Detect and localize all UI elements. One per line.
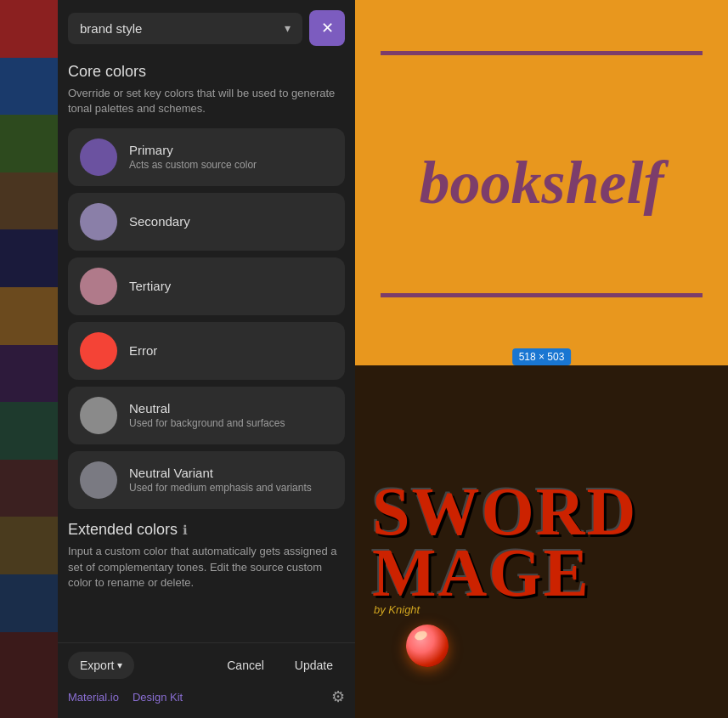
sword-mage-text-block: SWORD MAGE [372, 481, 637, 603]
tertiary-label: Tertiary [129, 279, 171, 293]
sword-mage-subtitle: by Knight [374, 603, 420, 616]
extended-title-row: Extended colors ℹ [68, 521, 345, 539]
sword-mage-title-line2: MAGE [372, 542, 637, 603]
design-kit-link[interactable]: Design Kit [133, 691, 183, 704]
extended-colors-desc: Input a custom color that automatically … [68, 544, 345, 591]
tertiary-info: Tertiary [129, 279, 171, 295]
neutral-label: Neutral [129, 401, 285, 416]
orb-highlight [414, 630, 429, 642]
bookshelf-area: bookshelf 518 × 503 [355, 0, 728, 365]
primary-swatch [80, 139, 117, 176]
bookshelf-title: bookshelf [403, 152, 681, 213]
orb-decoration [406, 625, 449, 667]
neutral-variant-desc: Used for medium emphasis and variants [129, 482, 312, 495]
neutral-variant-color-item[interactable]: Neutral Variant Used for medium emphasis… [68, 451, 345, 509]
neutral-variant-label: Neutral Variant [129, 466, 312, 480]
error-info: Error [129, 343, 157, 359]
info-icon: ℹ [183, 523, 188, 538]
sword-mage-area: SWORD MAGE by Knight [355, 365, 728, 718]
export-button[interactable]: Export ▾ [68, 652, 134, 679]
primary-info: Primary Acts as custom source color [129, 143, 257, 172]
neutral-info: Neutral Used for background and surfaces [129, 401, 285, 431]
neutral-variant-swatch [80, 461, 117, 499]
neutral-desc: Used for background and surfaces [129, 417, 285, 431]
chevron-down-icon: ▾ [285, 21, 291, 35]
cancel-button[interactable]: Cancel [215, 652, 276, 679]
primary-color-item[interactable]: Primary Acts as custom source color [68, 128, 345, 186]
primary-desc: Acts as custom source color [129, 159, 257, 172]
brand-style-dropdown[interactable]: brand style ▾ [68, 13, 302, 44]
magic-button[interactable]: ✕ [309, 10, 345, 46]
right-content: bookshelf 518 × 503 SWORD MAGE by Knight [355, 0, 728, 718]
chevron-down-icon: ▾ [117, 659, 122, 671]
secondary-swatch [80, 203, 117, 240]
main-panel: brand style ▾ ✕ Core colors Override or … [58, 0, 355, 718]
tertiary-swatch [80, 268, 117, 305]
dropdown-header: brand style ▾ ✕ [58, 0, 355, 56]
material-io-link[interactable]: Material.io [68, 691, 119, 704]
core-colors-desc: Override or set key colors that will be … [68, 86, 345, 116]
sword-mage-title-line1: SWORD [372, 481, 637, 542]
export-label: Export [80, 659, 114, 672]
extended-colors-section: Extended colors ℹ Input a custom color t… [68, 521, 345, 591]
secondary-info: Secondary [129, 214, 190, 230]
secondary-label: Secondary [129, 214, 190, 229]
bottom-bar: Export ▾ Cancel Update Material.io Desig… [58, 642, 355, 718]
sidebar-strip [0, 0, 58, 718]
sparkle-icon: ✕ [321, 19, 334, 37]
error-swatch [80, 332, 117, 370]
settings-icon[interactable]: ⚙ [331, 687, 345, 706]
neutral-swatch [80, 397, 117, 434]
bookshelf-border-top [381, 51, 703, 55]
action-buttons: Export ▾ Cancel Update [68, 652, 345, 679]
error-label: Error [129, 343, 157, 358]
size-badge: 518 × 503 [512, 348, 572, 365]
primary-label: Primary [129, 143, 257, 157]
panel-content: Core colors Override or set key colors t… [58, 56, 355, 642]
neutral-color-item[interactable]: Neutral Used for background and surfaces [68, 387, 345, 444]
core-colors-title: Core colors [68, 63, 345, 81]
secondary-color-item[interactable]: Secondary [68, 193, 345, 251]
tertiary-color-item[interactable]: Tertiary [68, 257, 345, 315]
bookshelf-border-bottom [381, 293, 703, 297]
neutral-variant-info: Neutral Variant Used for medium emphasis… [129, 466, 312, 495]
footer-links: Material.io Design Kit ⚙ [68, 687, 345, 706]
update-button[interactable]: Update [283, 652, 345, 679]
core-colors-section: Core colors Override or set key colors t… [68, 63, 345, 509]
extended-colors-title: Extended colors [68, 521, 178, 539]
dropdown-label: brand style [80, 21, 142, 36]
error-color-item[interactable]: Error [68, 322, 345, 380]
